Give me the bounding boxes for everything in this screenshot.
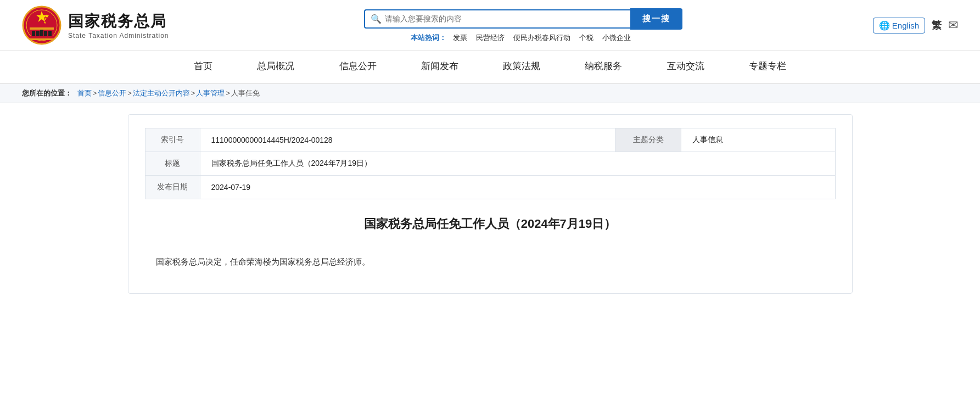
logo-en: State Taxation Administration — [68, 32, 169, 40]
nav-item-topics[interactable]: 专题专栏 — [736, 51, 799, 83]
breadcrumb-current: 人事任免 — [231, 89, 260, 97]
breadcrumb-sep-2: > — [191, 89, 195, 97]
nav-item-interact[interactable]: 互动交流 — [654, 51, 718, 83]
svg-rect-10 — [40, 30, 43, 36]
hot-item-1[interactable]: 发票 — [453, 33, 467, 43]
mail-icon[interactable]: ✉ — [948, 18, 958, 32]
search-input-wrapper: 🔍 — [364, 9, 630, 29]
content-card: 索引号 11100000000014445H/2024-00128 主题分类 人… — [128, 114, 853, 294]
hot-item-2[interactable]: 民营经济 — [476, 33, 505, 43]
value-subject: 人事信息 — [681, 128, 835, 152]
language-button[interactable]: 🌐 English — [873, 18, 925, 33]
header-right: 🌐 English 繁 ✉ — [870, 18, 958, 33]
nav-item-service[interactable]: 纳税服务 — [572, 51, 635, 83]
article-title: 国家税务总局任免工作人员（2024年7月19日） — [145, 216, 836, 232]
nav-item-news[interactable]: 新闻发布 — [408, 51, 472, 83]
svg-rect-13 — [30, 38, 54, 40]
svg-rect-7 — [30, 27, 54, 30]
value-date: 2024-07-19 — [200, 176, 835, 199]
breadcrumb-sep-3: > — [226, 89, 230, 97]
breadcrumb-label: 您所在的位置： — [22, 89, 72, 97]
search-input[interactable] — [385, 14, 625, 23]
svg-rect-9 — [36, 31, 40, 36]
breadcrumb-info[interactable]: 信息公开 — [98, 89, 126, 97]
label-index: 索引号 — [145, 128, 200, 152]
info-table: 索引号 11100000000014445H/2024-00128 主题分类 人… — [145, 128, 836, 199]
hot-label: 本站热词： — [411, 33, 446, 43]
logo-cn: 国家税务总局 — [68, 11, 169, 32]
search-row: 🔍 搜一搜 — [364, 8, 682, 30]
globe-icon: 🌐 — [879, 20, 890, 31]
nav-item-policy[interactable]: 政策法规 — [490, 51, 553, 83]
value-title: 国家税务总局任免工作人员（2024年7月19日） — [200, 152, 835, 176]
search-button[interactable]: 搜一搜 — [630, 8, 682, 30]
svg-rect-12 — [48, 31, 52, 36]
breadcrumb-hr[interactable]: 人事管理 — [196, 89, 225, 97]
main-content: 索引号 11100000000014445H/2024-00128 主题分类 人… — [106, 114, 875, 294]
breadcrumb-public[interactable]: 法定主动公开内容 — [133, 89, 190, 97]
hot-keywords: 本站热词： 发票 民营经济 便民办税春风行动 个税 小微企业 — [411, 33, 635, 43]
breadcrumb-home[interactable]: 首页 — [77, 89, 92, 97]
search-icon: 🔍 — [371, 14, 382, 24]
table-row-title: 标题 国家税务总局任免工作人员（2024年7月19日） — [145, 152, 835, 176]
hot-item-5[interactable]: 小微企业 — [602, 33, 631, 43]
article-body: 国家税务总局决定，任命荣海楼为国家税务总局总经济师。 — [145, 249, 836, 280]
table-row-date: 发布日期 2024-07-19 — [145, 176, 835, 199]
value-index: 11100000000014445H/2024-00128 — [200, 128, 615, 152]
label-title: 标题 — [145, 152, 200, 176]
site-header: 国家税务总局 State Taxation Administration 🔍 搜… — [0, 0, 980, 51]
search-area: 🔍 搜一搜 本站热词： 发票 民营经济 便民办税春风行动 个税 小微企业 — [187, 8, 859, 43]
lang-label: English — [892, 21, 919, 30]
breadcrumb-sep-0: > — [93, 89, 97, 97]
nav-item-home[interactable]: 首页 — [181, 51, 226, 83]
main-nav: 首页 总局概况 信息公开 新闻发布 政策法规 纳税服务 互动交流 专题专栏 — [0, 51, 980, 84]
svg-rect-11 — [44, 31, 47, 36]
hot-item-4[interactable]: 个税 — [579, 33, 593, 43]
nav-item-about[interactable]: 总局概况 — [244, 51, 307, 83]
breadcrumb-sep-1: > — [127, 89, 132, 97]
logo-emblem-icon — [22, 5, 61, 45]
table-row-index: 索引号 11100000000014445H/2024-00128 主题分类 人… — [145, 128, 835, 152]
svg-rect-8 — [32, 31, 35, 36]
logo-text: 国家税务总局 State Taxation Administration — [68, 11, 169, 40]
hot-item-3[interactable]: 便民办税春风行动 — [513, 33, 570, 43]
traditional-chinese-button[interactable]: 繁 — [932, 19, 942, 32]
logo-area: 国家税务总局 State Taxation Administration — [22, 5, 176, 45]
label-date: 发布日期 — [145, 176, 200, 199]
breadcrumb: 您所在的位置： 首页>信息公开>法定主动公开内容>人事管理>人事任免 — [0, 84, 980, 103]
label-subject: 主题分类 — [615, 128, 681, 152]
nav-inner: 首页 总局概况 信息公开 新闻发布 政策法规 纳税服务 互动交流 专题专栏 — [161, 51, 820, 83]
nav-item-info[interactable]: 信息公开 — [326, 51, 390, 83]
